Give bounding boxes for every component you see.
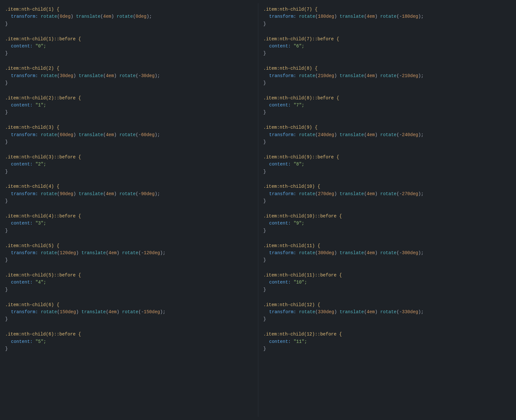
closing-brace: } <box>263 50 511 57</box>
property-line: content: "9"; <box>263 220 511 227</box>
property-line: content: "5"; <box>5 338 253 345</box>
code-block: .item:nth-child(8) {transform: rotate(21… <box>263 65 511 94</box>
code-block: .item:nth-child(2)::before {content: "1"… <box>5 95 253 124</box>
property-line: content: "1"; <box>5 102 253 109</box>
selector-line: .item:nth-child(4)::before { <box>5 213 253 220</box>
code-block: .item:nth-child(5)::before {content: "4"… <box>5 272 253 301</box>
closing-brace: } <box>5 109 253 116</box>
code-block: .item:nth-child(7) {transform: rotate(18… <box>263 6 511 35</box>
selector-line: .item:nth-child(5)::before { <box>5 272 253 279</box>
closing-brace: } <box>263 109 511 116</box>
property-line: content: "2"; <box>5 161 253 168</box>
closing-brace: } <box>263 345 511 352</box>
selector-line: .item:nth-child(11)::before { <box>263 272 511 279</box>
selector-line: .item:nth-child(2)::before { <box>5 95 253 102</box>
code-block: .item:nth-child(9)::before {content: "8"… <box>263 154 511 183</box>
selector-line: .item:nth-child(3) { <box>5 124 253 131</box>
selector-line: .item:nth-child(2) { <box>5 65 253 72</box>
closing-brace: } <box>263 79 511 86</box>
property-line: transform: rotate(0deg) translate(4em) r… <box>5 13 253 20</box>
property-line: content: "0"; <box>5 43 253 50</box>
left-column: .item:nth-child(1) {transform: rotate(0d… <box>0 3 258 417</box>
closing-brace: } <box>5 315 253 323</box>
closing-brace: } <box>5 227 253 234</box>
closing-brace: } <box>5 79 253 86</box>
closing-brace: } <box>5 138 253 145</box>
code-block: .item:nth-child(2) {transform: rotate(30… <box>5 65 253 94</box>
selector-line: .item:nth-child(4) { <box>5 183 253 190</box>
closing-brace: } <box>5 168 253 175</box>
selector-line: .item:nth-child(5) { <box>5 242 253 249</box>
selector-line: .item:nth-child(10) { <box>263 183 511 190</box>
code-block: .item:nth-child(3)::before {content: "2"… <box>5 154 253 183</box>
code-block: .item:nth-child(8)::before {content: "7"… <box>263 95 511 124</box>
closing-brace: } <box>5 197 253 205</box>
selector-line: .item:nth-child(12)::before { <box>263 331 511 338</box>
selector-line: .item:nth-child(6) { <box>5 301 253 308</box>
code-block: .item:nth-child(4)::before {content: "3"… <box>5 213 253 242</box>
selector-line: .item:nth-child(7) { <box>263 6 511 13</box>
selector-line: .item:nth-child(11) { <box>263 242 511 249</box>
property-line: transform: rotate(210deg) translate(4em)… <box>263 72 511 79</box>
code-block: .item:nth-child(11) {transform: rotate(3… <box>263 242 511 271</box>
code-block: .item:nth-child(10) {transform: rotate(2… <box>263 183 511 212</box>
code-block: .item:nth-child(5) {transform: rotate(12… <box>5 242 253 271</box>
code-block: .item:nth-child(7)::before {content: "6"… <box>263 35 511 65</box>
code-block: .item:nth-child(9) {transform: rotate(24… <box>263 124 511 153</box>
closing-brace: } <box>5 20 253 27</box>
selector-line: .item:nth-child(3)::before { <box>5 154 253 161</box>
property-line: transform: rotate(90deg) translate(4em) … <box>5 190 253 197</box>
property-line: content: "10"; <box>263 279 511 286</box>
property-line: content: "7"; <box>263 102 511 109</box>
property-line: content: "6"; <box>263 43 511 50</box>
code-block: .item:nth-child(3) {transform: rotate(60… <box>5 124 253 153</box>
code-block: .item:nth-child(12)::before {content: "1… <box>263 331 511 360</box>
property-line: content: "8"; <box>263 161 511 168</box>
selector-line: .item:nth-child(1) { <box>5 6 253 13</box>
property-line: transform: rotate(270deg) translate(4em)… <box>263 190 511 197</box>
closing-brace: } <box>263 256 511 264</box>
selector-line: .item:nth-child(6)::before { <box>5 331 253 338</box>
closing-brace: } <box>263 227 511 234</box>
closing-brace: } <box>5 345 253 352</box>
property-line: transform: rotate(330deg) translate(4em)… <box>263 308 511 315</box>
code-block: .item:nth-child(11)::before {content: "1… <box>263 272 511 301</box>
property-line: transform: rotate(300deg) translate(4em)… <box>263 249 511 256</box>
selector-line: .item:nth-child(7)::before { <box>263 35 511 43</box>
selector-line: .item:nth-child(9)::before { <box>263 154 511 161</box>
closing-brace: } <box>263 197 511 205</box>
closing-brace: } <box>263 315 511 323</box>
selector-line: .item:nth-child(8) { <box>263 65 511 72</box>
right-column: .item:nth-child(7) {transform: rotate(18… <box>258 3 516 417</box>
closing-brace: } <box>5 50 253 57</box>
property-line: content: "11"; <box>263 338 511 345</box>
code-block: .item:nth-child(6) {transform: rotate(15… <box>5 301 253 330</box>
closing-brace: } <box>263 20 511 27</box>
property-line: content: "4"; <box>5 279 253 286</box>
code-block: .item:nth-child(1) {transform: rotate(0d… <box>5 6 253 35</box>
code-block: .item:nth-child(6)::before {content: "5"… <box>5 331 253 360</box>
property-line: transform: rotate(30deg) translate(4em) … <box>5 72 253 79</box>
selector-line: .item:nth-child(1)::before { <box>5 35 253 43</box>
selector-line: .item:nth-child(8)::before { <box>263 95 511 102</box>
code-editor: .item:nth-child(1) {transform: rotate(0d… <box>0 0 516 420</box>
selector-line: .item:nth-child(10)::before { <box>263 213 511 220</box>
closing-brace: } <box>5 286 253 293</box>
closing-brace: } <box>263 138 511 145</box>
property-line: transform: rotate(180deg) translate(4em)… <box>263 13 511 20</box>
code-block: .item:nth-child(10)::before {content: "9… <box>263 213 511 242</box>
property-line: transform: rotate(60deg) translate(4em) … <box>5 131 253 138</box>
closing-brace: } <box>263 168 511 175</box>
selector-line: .item:nth-child(9) { <box>263 124 511 131</box>
property-line: content: "3"; <box>5 220 253 227</box>
property-line: transform: rotate(240deg) translate(4em)… <box>263 131 511 138</box>
property-line: transform: rotate(120deg) translate(4em)… <box>5 249 253 256</box>
closing-brace: } <box>5 256 253 264</box>
code-block: .item:nth-child(1)::before {content: "0"… <box>5 35 253 65</box>
code-block: .item:nth-child(12) {transform: rotate(3… <box>263 301 511 330</box>
selector-line: .item:nth-child(12) { <box>263 301 511 308</box>
closing-brace: } <box>263 286 511 293</box>
property-line: transform: rotate(150deg) translate(4em)… <box>5 308 253 315</box>
code-block: .item:nth-child(4) {transform: rotate(90… <box>5 183 253 212</box>
